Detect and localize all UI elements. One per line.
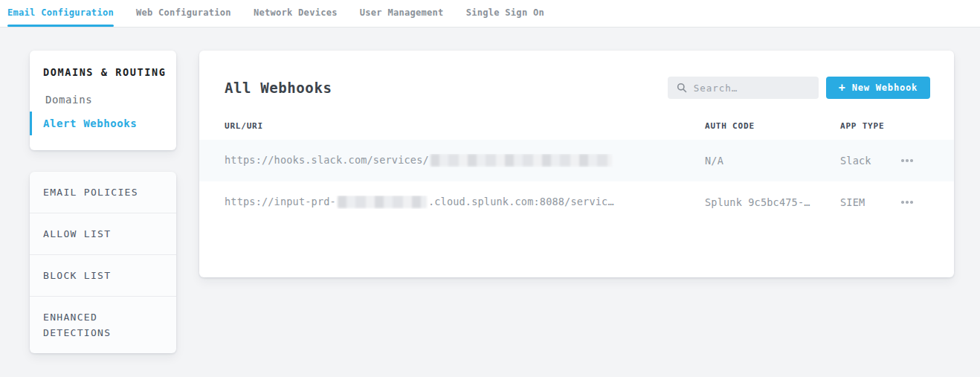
sidebar-item-label: Domains <box>45 94 92 106</box>
cell-auth-code: Splunk 9c5bc475-… <box>705 196 840 208</box>
page-title: All Webhooks <box>225 80 668 96</box>
sidebar-section-label: EMAIL POLICIES <box>43 187 138 198</box>
sidebar-item-domains[interactable]: Domains <box>30 88 176 112</box>
nav-tab-label: Network Devices <box>254 7 338 18</box>
table-row: https://hooks.slack.com/services/ N/A Sl… <box>199 140 954 181</box>
sidebar-section-label: ALLOW LIST <box>43 228 111 239</box>
sidebar-section-block-list[interactable]: BLOCK LIST <box>30 255 176 297</box>
search-box <box>668 77 819 99</box>
sidebar-section-allow-list[interactable]: ALLOW LIST <box>30 213 176 255</box>
domains-routing-heading: DOMAINS & ROUTING <box>30 66 176 78</box>
cell-auth-code: N/A <box>705 155 840 167</box>
search-icon <box>677 83 687 93</box>
nav-tab-user-management[interactable]: User Management <box>360 0 444 27</box>
sidebar: DOMAINS & ROUTING Domains Alert Webhooks… <box>30 51 176 353</box>
search-input[interactable] <box>694 83 810 94</box>
page: Email Configuration Web Configuration Ne… <box>0 0 980 377</box>
sidebar-item-label: Alert Webhooks <box>43 117 137 129</box>
url-prefix: https://hooks.slack.com/services/ <box>225 154 429 166</box>
sidebar-section-email-policies[interactable]: EMAIL POLICIES <box>30 172 176 213</box>
url-suffix: .cloud.splunk.com:8088/servic… <box>428 196 614 207</box>
redacted-blur <box>431 154 612 167</box>
table-header: URL/URI AUTH CODE APP TYPE <box>199 121 954 131</box>
table-body: https://hooks.slack.com/services/ N/A Sl… <box>199 140 954 223</box>
nav-tab-single-sign-on[interactable]: Single Sign On <box>466 0 544 27</box>
sidebar-section-enhanced-detections[interactable]: ENHANCED DETECTIONS <box>30 297 176 353</box>
nav-tab-label: Email Configuration <box>7 7 114 18</box>
cell-app-type: Slack <box>840 155 900 167</box>
column-header-app: APP TYPE <box>840 121 900 131</box>
ellipsis-icon[interactable] <box>900 156 915 165</box>
column-header-auth: AUTH CODE <box>705 121 840 131</box>
nav-tab-email-configuration[interactable]: Email Configuration <box>7 0 114 27</box>
nav-tab-label: Single Sign On <box>466 7 544 18</box>
cell-url: https://hooks.slack.com/services/ <box>225 154 705 167</box>
column-header-url: URL/URI <box>225 121 705 131</box>
cell-app-type: SIEM <box>840 196 900 208</box>
top-nav: Email Configuration Web Configuration Ne… <box>0 0 980 28</box>
nav-tab-network-devices[interactable]: Network Devices <box>254 0 338 27</box>
webhooks-panel: All Webhooks + New Webhook URL/U <box>199 51 954 277</box>
nav-tab-label: User Management <box>360 7 444 18</box>
table-row: https://input-prd-.cloud.splunk.com:8088… <box>199 181 954 223</box>
url-prefix: https://input-prd- <box>225 196 336 207</box>
cell-url: https://input-prd-.cloud.splunk.com:8088… <box>225 196 705 209</box>
redacted-blur <box>338 196 427 208</box>
domains-routing-card: DOMAINS & ROUTING Domains Alert Webhooks <box>30 51 176 150</box>
plus-icon: + <box>839 83 845 94</box>
ellipsis-icon[interactable] <box>900 198 915 207</box>
panel-header: All Webhooks + New Webhook <box>199 51 954 99</box>
nav-tab-label: Web Configuration <box>136 7 231 18</box>
sidebar-section-label: ENHANCED DETECTIONS <box>43 312 111 338</box>
sidebar-section-label: BLOCK LIST <box>43 270 111 281</box>
new-webhook-button[interactable]: + New Webhook <box>826 77 930 99</box>
sidebar-item-alert-webhooks[interactable]: Alert Webhooks <box>30 112 176 135</box>
sidebar-sections-card: EMAIL POLICIES ALLOW LIST BLOCK LIST ENH… <box>30 172 176 353</box>
nav-tab-web-configuration[interactable]: Web Configuration <box>136 0 231 27</box>
new-webhook-label: New Webhook <box>852 83 918 93</box>
content-area: DOMAINS & ROUTING Domains Alert Webhooks… <box>0 28 980 353</box>
